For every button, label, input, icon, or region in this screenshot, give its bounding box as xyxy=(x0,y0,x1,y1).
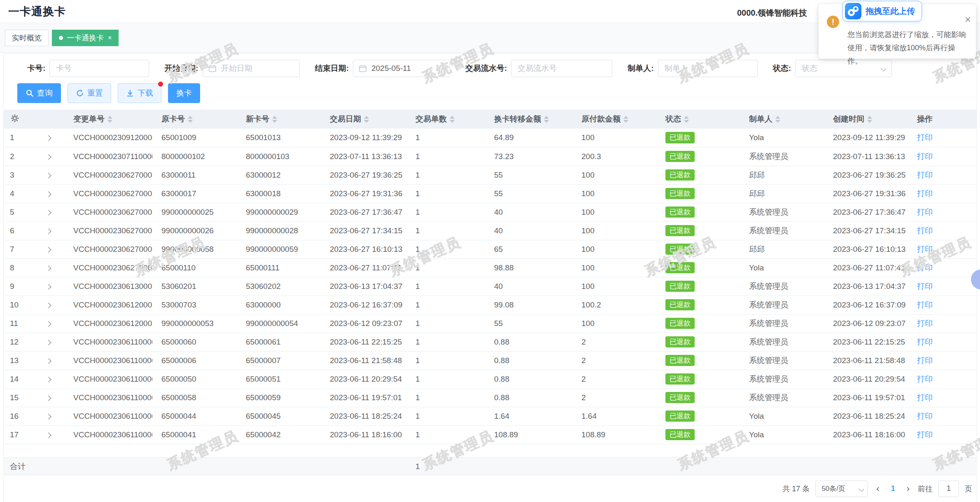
summary-txn-count: 1 xyxy=(406,457,485,476)
goto-page-input[interactable] xyxy=(938,481,959,497)
download-button[interactable]: 下载 xyxy=(118,83,161,103)
current-page-number[interactable]: 1 xyxy=(888,484,898,493)
reset-button[interactable]: 重置 xyxy=(68,83,111,103)
sort-caret-icon[interactable] xyxy=(364,116,369,123)
expand-row-icon[interactable] xyxy=(46,172,51,178)
print-link[interactable]: 打印 xyxy=(917,263,933,272)
print-link[interactable]: 打印 xyxy=(917,393,933,402)
tab-card-exchange[interactable]: 一卡通换卡 × xyxy=(52,30,119,46)
cell-no: VCCH0000230611000661 xyxy=(64,370,152,388)
cell-no: VCCH0000230627000979 xyxy=(64,203,152,221)
cell-created-at: 2023-06-11 21:58:48 xyxy=(824,351,908,370)
expand-row-icon[interactable] xyxy=(46,284,51,289)
cell-no: VCCH0000230613000790 xyxy=(64,277,152,296)
pagination-bar: 共 17 条 50条/页 ‹ 1 › 前往 页 xyxy=(4,475,976,502)
expand-row-icon[interactable] xyxy=(46,376,51,382)
exchange-card-button[interactable]: 换卡 xyxy=(168,83,200,103)
cell-txn-date: 2023-09-12 11:39:29 xyxy=(321,129,406,147)
cell-created-at: 2023-06-12 16:37:09 xyxy=(824,296,908,314)
expand-row-icon[interactable] xyxy=(46,339,51,345)
print-link[interactable]: 打印 xyxy=(917,208,933,216)
expand-row-icon[interactable] xyxy=(46,395,51,401)
expand-row-icon[interactable] xyxy=(46,432,51,438)
column-header[interactable]: 状态 xyxy=(656,110,740,129)
expand-row-icon[interactable] xyxy=(46,358,51,364)
print-link[interactable]: 打印 xyxy=(917,356,933,365)
query-button[interactable]: 查询 xyxy=(17,83,61,103)
column-header[interactable]: 交易单数 xyxy=(406,110,485,129)
print-link[interactable]: 打印 xyxy=(917,226,933,235)
expand-row-icon[interactable] xyxy=(46,413,51,419)
cell-txn-count: 1 xyxy=(406,184,485,203)
column-settings-gear-icon[interactable] xyxy=(10,116,20,125)
cell-creator: 邱邱 xyxy=(740,184,824,203)
expand-row-icon[interactable] xyxy=(46,265,51,271)
prev-page-arrow[interactable]: ‹ xyxy=(874,483,882,494)
column-header[interactable]: 原卡号 xyxy=(152,110,237,129)
start-date-input[interactable] xyxy=(203,60,300,77)
column-header[interactable]: 变更单号 xyxy=(64,110,152,129)
expand-row-icon[interactable] xyxy=(46,154,51,160)
sort-caret-icon[interactable] xyxy=(107,116,112,123)
cell-original-amount: 100 xyxy=(572,314,656,333)
next-page-arrow[interactable]: › xyxy=(904,483,912,494)
cell-creator: 系统管理员 xyxy=(740,203,824,221)
print-link[interactable]: 打印 xyxy=(917,338,933,346)
creator-input[interactable] xyxy=(658,60,758,77)
card-no-input[interactable] xyxy=(49,60,149,77)
table-row: 3VCCH00002306270009836300001163000012202… xyxy=(4,166,977,184)
cell-new-card: 65000061 xyxy=(237,333,321,351)
notification-close-icon[interactable]: × xyxy=(965,14,971,25)
column-header[interactable]: 交易日期 xyxy=(321,110,406,129)
sort-caret-icon[interactable] xyxy=(684,116,689,123)
table-row: 8VCCH00002306270009686500011065000111202… xyxy=(4,258,977,277)
print-link[interactable]: 打印 xyxy=(917,319,933,328)
print-link[interactable]: 打印 xyxy=(917,245,933,253)
expand-row-icon[interactable] xyxy=(46,246,51,252)
column-header[interactable]: 换卡转移金额 xyxy=(485,110,572,129)
expand-row-icon[interactable] xyxy=(46,302,51,308)
column-header[interactable]: 创建时间 xyxy=(824,110,908,129)
print-link[interactable]: 打印 xyxy=(917,375,933,383)
print-link[interactable]: 打印 xyxy=(917,282,933,291)
sort-caret-icon[interactable] xyxy=(544,116,549,123)
print-link[interactable]: 打印 xyxy=(917,152,933,161)
sort-caret-icon[interactable] xyxy=(272,116,277,123)
cell-old-card: 65000060 xyxy=(152,333,237,351)
expand-row-icon[interactable] xyxy=(46,228,51,234)
sort-caret-icon[interactable] xyxy=(867,116,872,123)
cell-new-card: 65000059 xyxy=(237,388,321,407)
cell-txn-count: 1 xyxy=(406,425,485,444)
sort-caret-icon[interactable] xyxy=(450,116,455,123)
sort-caret-icon[interactable] xyxy=(623,116,628,123)
cell-created-at: 2023-06-12 09:23:07 xyxy=(824,314,908,333)
sort-caret-icon[interactable] xyxy=(775,116,780,123)
summary-row: 合计 1 xyxy=(4,457,977,476)
cell-original-amount: 100 xyxy=(572,203,656,221)
warning-icon: ! xyxy=(827,16,839,28)
status-badge: 已退款 xyxy=(665,318,695,329)
print-link[interactable]: 打印 xyxy=(917,171,933,179)
sort-caret-icon[interactable] xyxy=(188,116,193,123)
print-link[interactable]: 打印 xyxy=(917,189,933,198)
column-header[interactable]: 新卡号 xyxy=(237,110,321,129)
search-icon xyxy=(26,89,34,97)
end-date-input[interactable] xyxy=(353,60,450,77)
expand-row-icon[interactable] xyxy=(46,209,51,215)
print-link[interactable]: 打印 xyxy=(917,133,933,142)
column-header[interactable]: 制单人 xyxy=(740,110,824,129)
cell-txn-date: 2023-06-12 16:37:09 xyxy=(321,296,406,314)
print-link[interactable]: 打印 xyxy=(917,412,933,420)
tab-close-icon[interactable]: × xyxy=(108,35,112,41)
cell-txn-date: 2023-06-27 19:31:36 xyxy=(321,184,406,203)
expand-row-icon[interactable] xyxy=(46,135,51,141)
expand-row-icon[interactable] xyxy=(46,191,51,197)
print-link[interactable]: 打印 xyxy=(917,430,933,439)
print-link[interactable]: 打印 xyxy=(917,300,933,309)
expand-row-icon[interactable] xyxy=(46,321,51,326)
page-size-select[interactable]: 50条/页 xyxy=(815,481,868,497)
txn-no-input[interactable] xyxy=(511,60,612,77)
tab-realtime-overview[interactable]: 实时概览 xyxy=(5,30,49,46)
drag-upload-tooltip[interactable]: 拖拽至此上传 xyxy=(842,1,922,21)
column-header[interactable]: 原付款金额 xyxy=(572,110,656,129)
